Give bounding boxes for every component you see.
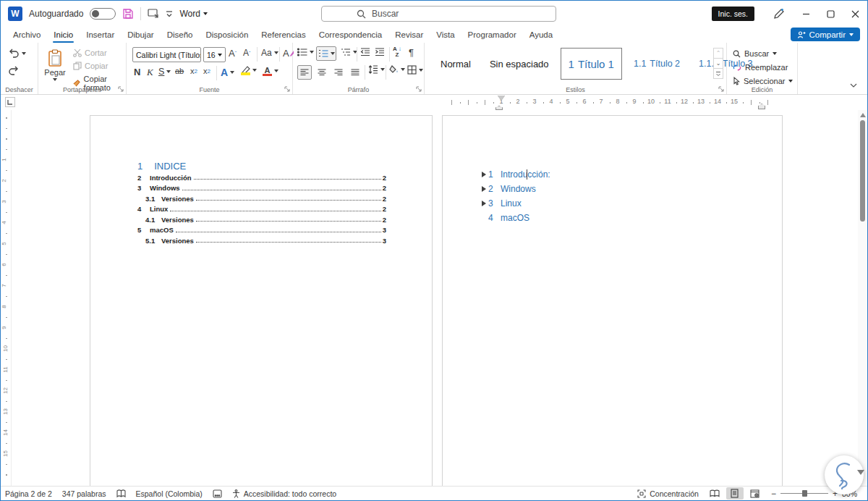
text-effects-button[interactable]: A	[221, 67, 234, 78]
font-name-combo[interactable]: Calibri Light (Títulos	[132, 47, 201, 62]
decrease-indent-button[interactable]	[360, 48, 370, 56]
collapse-triangle-icon[interactable]	[482, 186, 488, 192]
highlight-color-button[interactable]	[241, 66, 257, 75]
print-layout-button[interactable]	[726, 487, 744, 500]
sign-in-button[interactable]: Inic. ses.	[712, 7, 754, 21]
numbering-button[interactable]	[316, 46, 336, 61]
style-sin-espaciado[interactable]: Sin espaciado	[482, 48, 556, 80]
increase-indent-button[interactable]	[375, 48, 385, 56]
horizontal-ruler[interactable]: 123456789101112131415	[442, 97, 783, 108]
tab-referencias[interactable]: Referencias	[255, 28, 312, 41]
styles-scroll-up-icon[interactable]: ⌃	[713, 48, 723, 59]
maximize-button[interactable]	[818, 1, 843, 27]
line-spacing-button[interactable]	[368, 65, 385, 74]
language-indicator[interactable]: Español (Colombia)	[136, 489, 203, 498]
zoom-slider-thumb[interactable]	[802, 490, 807, 497]
page-1[interactable]: 1 INDICE 2Introducción2 3Windows2 3.1Ver…	[90, 115, 433, 486]
dialog-launcher-icon[interactable]	[718, 86, 724, 92]
styles-more-icon[interactable]	[713, 68, 723, 79]
tab-vista[interactable]: Vista	[430, 28, 461, 41]
minimize-button[interactable]	[793, 1, 818, 27]
style-titulo-2[interactable]: 1.1Título 2	[626, 48, 687, 80]
paste-button[interactable]: Pegar	[44, 46, 66, 84]
zoom-slider[interactable]	[780, 493, 828, 494]
align-right-button[interactable]	[331, 65, 346, 80]
replace-button[interactable]: Reemplazar	[733, 62, 788, 73]
shading-button[interactable]	[389, 65, 405, 74]
tab-inicio[interactable]: Inicio	[47, 28, 80, 41]
tab-insertar[interactable]: Insertar	[80, 28, 121, 41]
focus-mode-button[interactable]: Concentración	[637, 489, 699, 498]
quick-access-overflow-icon[interactable]	[166, 10, 173, 17]
first-line-indent-marker[interactable]	[498, 96, 505, 101]
redo-button[interactable]	[8, 66, 20, 76]
tab-correspondencia[interactable]: Correspondencia	[312, 28, 389, 41]
dialog-launcher-icon[interactable]	[284, 86, 290, 92]
bold-button[interactable]: N	[134, 67, 140, 77]
align-center-button[interactable]	[315, 65, 329, 80]
search-input[interactable]: Buscar	[321, 6, 556, 22]
style-titulo-1[interactable]: 1Título 1	[561, 48, 622, 80]
ink-helper-badge[interactable]	[825, 455, 864, 494]
tab-disposicion[interactable]: Disposición	[199, 28, 255, 41]
collapse-triangle-icon[interactable]	[482, 201, 488, 206]
collapse-ribbon-icon[interactable]	[850, 83, 857, 88]
find-button[interactable]: Buscar	[733, 48, 777, 59]
toc-entry[interactable]: 2Introducción2	[137, 171, 386, 182]
vertical-scrollbar[interactable]	[858, 110, 867, 486]
toc-entry[interactable]: 3.1Versiones2	[137, 192, 386, 203]
toc-entry[interactable]: 5.1Versiones3	[137, 234, 386, 245]
page-2[interactable]: 1 Introducción: 2 Windows 3 Linux 4	[442, 115, 783, 486]
tab-diseno[interactable]: Diseño	[161, 28, 200, 41]
dialog-launcher-icon[interactable]	[416, 86, 422, 92]
scrollbar-thumb[interactable]	[860, 120, 865, 222]
borders-button[interactable]	[407, 65, 423, 75]
font-size-combo[interactable]: 16	[203, 47, 226, 62]
change-case-button[interactable]: Aa	[261, 48, 278, 58]
align-left-button[interactable]	[297, 65, 312, 80]
superscript-button[interactable]: x2	[203, 67, 210, 75]
proofing-icon[interactable]	[116, 489, 126, 498]
autosave-toggle[interactable]	[90, 8, 116, 20]
grow-font-button[interactable]: Aˆ	[229, 48, 237, 59]
strikethrough-button[interactable]: ab	[175, 67, 184, 75]
tab-stop-selector[interactable]	[5, 97, 15, 107]
read-mode-button[interactable]	[706, 487, 723, 500]
web-layout-button[interactable]	[746, 487, 764, 500]
italic-button[interactable]: K	[147, 67, 153, 78]
multilevel-list-button[interactable]	[341, 48, 357, 56]
justify-button[interactable]	[348, 65, 362, 80]
shrink-font-button[interactable]: Aˇ	[243, 48, 250, 58]
toc-entry[interactable]: 5macOS3	[137, 224, 386, 235]
save-icon[interactable]	[122, 8, 134, 20]
accessibility-status[interactable]: Accesibilidad: todo correcto	[232, 489, 336, 498]
word-count[interactable]: 347 palabras	[62, 489, 106, 498]
tab-dibujar[interactable]: Dibujar	[121, 28, 160, 41]
outline-row[interactable]: 1 Introducción:	[482, 167, 550, 182]
tab-ayuda[interactable]: Ayuda	[523, 28, 559, 41]
outline-row[interactable]: 3 Linux	[482, 196, 550, 211]
tab-archivo[interactable]: Archivo	[7, 28, 47, 41]
dialog-launcher-icon[interactable]	[118, 86, 124, 92]
macro-record-icon[interactable]	[213, 489, 222, 498]
subscript-button[interactable]: x2	[190, 67, 197, 75]
vertical-ruler[interactable]: 123456789101112131415	[1, 110, 12, 486]
page-indicator[interactable]: Página 2 de 2	[5, 489, 52, 498]
close-button[interactable]	[843, 1, 867, 27]
style-normal[interactable]: Normal	[433, 48, 478, 80]
right-indent-marker[interactable]	[758, 104, 765, 109]
scroll-up-icon[interactable]	[860, 113, 866, 117]
app-label[interactable]: Word	[179, 9, 207, 19]
share-button[interactable]: Compartir	[791, 28, 860, 41]
toc-entry[interactable]: 4.1Versiones2	[137, 213, 386, 224]
undo-button[interactable]	[8, 49, 26, 59]
badge-collapse-icon[interactable]	[857, 470, 864, 475]
styles-scroll-down-icon[interactable]: ⌄	[713, 58, 723, 69]
tab-programador[interactable]: Programador	[461, 28, 523, 41]
outline-row[interactable]: 2 Windows	[482, 182, 550, 196]
collapse-triangle-icon[interactable]	[482, 172, 488, 177]
customize-toolbar-icon[interactable]	[148, 9, 159, 19]
toc-entry[interactable]: 3Windows2	[137, 182, 386, 193]
sort-button[interactable]: A↓Z	[393, 46, 401, 58]
font-color-button[interactable]: A	[263, 66, 278, 76]
